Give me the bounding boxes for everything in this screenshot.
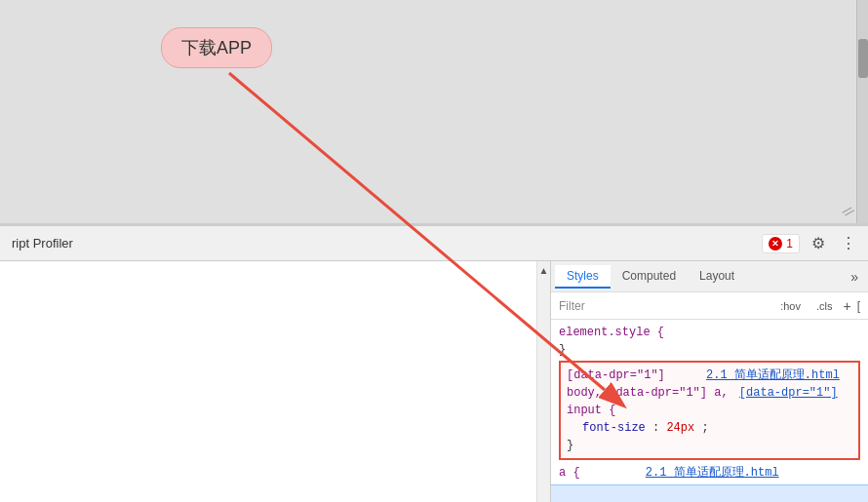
filter-placeholder: Filter xyxy=(559,299,769,313)
filter-bar: Filter :hov .cls + [ xyxy=(551,292,868,320)
css-source-url-2[interactable]: [data-dpr="1"] xyxy=(739,386,838,400)
css-source-url-3[interactable]: 2.1 简单适配原理.html xyxy=(646,466,779,480)
more-options-icon[interactable]: ⋮ xyxy=(837,232,860,254)
css-rule-input-close: } xyxy=(567,437,852,454)
devtools-badge-area: ✕ 1 ⚙ ⋮ xyxy=(762,232,860,254)
css-rule-data-dpr: [data-dpr="1"] 2.1 简单适配原理.html xyxy=(567,367,852,384)
gear-icon[interactable]: ⚙ xyxy=(808,232,829,254)
scroll-thumb[interactable] xyxy=(858,39,868,78)
error-count: 1 xyxy=(786,237,793,251)
devtools-styles-panel: Styles Computed Layout » Filter :hov .cl… xyxy=(551,261,868,502)
css-content-area: element.style { } [data-dpr="1"] 2.1 简单适… xyxy=(551,320,868,484)
devtools-topbar: ript Profiler ✕ 1 ⚙ ⋮ xyxy=(0,226,868,261)
devtools-left-scrollbar[interactable]: ▲ xyxy=(536,261,550,502)
app-preview-area: 下载APP // xyxy=(0,0,868,224)
bracket-icon[interactable]: [ xyxy=(857,299,860,313)
scroll-up-icon[interactable]: ▲ xyxy=(539,265,549,276)
css-rule-body-selector: body, [data-dpr="1"] a, [data-dpr="1"] xyxy=(567,384,852,402)
devtools-bottom-bar xyxy=(551,484,868,502)
css-rule-close-brace: } xyxy=(559,341,860,359)
hov-button[interactable]: :hov xyxy=(775,298,806,314)
devtools-topbar-label: ript Profiler xyxy=(8,236,762,251)
devtools-left-panel: ▲ xyxy=(0,261,551,502)
css-rule-font-size: font-size : 24px ; xyxy=(567,419,852,437)
resize-handle-icon[interactable]: // xyxy=(841,204,857,220)
cls-button[interactable]: .cls xyxy=(811,298,838,314)
css-rule-element-style: element.style { xyxy=(559,324,860,341)
css-highlight-box: [data-dpr="1"] 2.1 简单适配原理.html body, [da… xyxy=(559,361,860,460)
tab-styles[interactable]: Styles xyxy=(555,265,611,289)
css-source-url-1[interactable]: 2.1 简单适配原理.html xyxy=(706,368,840,382)
devtools-panel: ript Profiler ✕ 1 ⚙ ⋮ ▲ Styles Computed … xyxy=(0,224,868,502)
css-selector-text: element.style { xyxy=(559,326,664,339)
devtools-body: ▲ Styles Computed Layout » Filter :hov .… xyxy=(0,261,868,502)
scrollbar[interactable] xyxy=(856,0,868,223)
add-style-button[interactable]: + xyxy=(843,298,850,314)
devtools-tabs-row: Styles Computed Layout » xyxy=(551,261,868,292)
tab-layout[interactable]: Layout xyxy=(688,265,746,289)
tab-computed[interactable]: Computed xyxy=(611,265,688,289)
download-app-button[interactable]: 下载APP xyxy=(161,27,272,68)
error-badge[interactable]: ✕ 1 xyxy=(762,234,800,253)
error-icon: ✕ xyxy=(769,237,782,251)
css-rule-input-selector: input { xyxy=(567,402,852,419)
css-rule-a-selector: a { 2.1 简单适配原理.html xyxy=(559,464,860,482)
more-tabs-icon[interactable]: » xyxy=(845,265,864,289)
